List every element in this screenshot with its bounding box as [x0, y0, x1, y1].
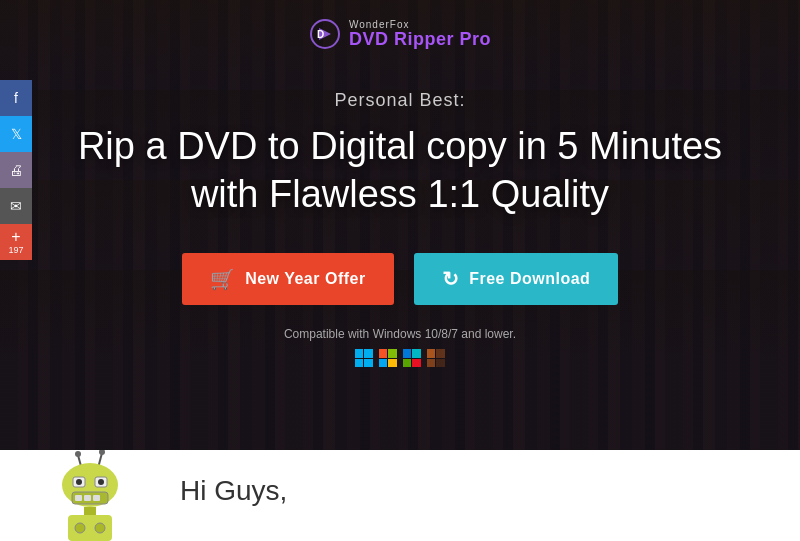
windows-version-icons	[78, 349, 722, 367]
hero-title-line1: Rip a DVD to Digital copy in 5 Minutes	[78, 125, 722, 167]
facebook-icon: f	[14, 90, 18, 106]
compatibility-text: Compatible with Windows 10/8/7 and lower…	[78, 327, 722, 341]
print-icon: 🖨	[9, 162, 23, 178]
hero-subtitle: Personal Best:	[78, 90, 722, 111]
svg-rect-13	[84, 495, 91, 501]
svg-rect-15	[84, 507, 96, 515]
download-icon: ↻	[442, 267, 460, 291]
download-button-label: Free Download	[469, 270, 590, 288]
twitter-icon: 𝕏	[11, 126, 22, 142]
windows8-icon	[379, 349, 397, 367]
svg-point-5	[99, 450, 105, 455]
svg-text:D: D	[317, 29, 324, 40]
windows-xp-icon	[427, 349, 445, 367]
facebook-share-button[interactable]: f	[0, 80, 32, 116]
email-share-button[interactable]: ✉	[0, 188, 32, 224]
windows7-icon	[403, 349, 421, 367]
greeting-text: Hi Guys,	[180, 475, 287, 507]
bottom-section: Hi Guys,	[0, 450, 800, 541]
hero-section: f 𝕏 🖨 ✉ + 197 D WonderFox DVD Ripper Pro	[0, 0, 800, 450]
logo-area: D WonderFox DVD Ripper Pro	[309, 18, 491, 50]
social-sidebar: f 𝕏 🖨 ✉ + 197	[0, 80, 32, 260]
svg-point-3	[75, 451, 81, 457]
hero-title: Rip a DVD to Digital copy in 5 Minutes w…	[78, 123, 722, 218]
free-download-button[interactable]: ↻ Free Download	[414, 253, 619, 305]
robot-character	[40, 450, 150, 541]
email-icon: ✉	[10, 198, 22, 214]
twitter-share-button[interactable]: 𝕏	[0, 116, 32, 152]
print-share-button[interactable]: 🖨	[0, 152, 32, 188]
hero-content: Personal Best: Rip a DVD to Digital copy…	[78, 90, 722, 367]
hero-title-line2: with Flawless 1:1 Quality	[191, 173, 609, 215]
plus-count: 197	[8, 245, 23, 255]
svg-rect-12	[75, 495, 82, 501]
product-name: DVD Ripper Pro	[349, 30, 491, 50]
windows10-icon	[355, 349, 373, 367]
svg-point-9	[76, 479, 82, 485]
cart-icon: 🛒	[210, 267, 236, 291]
svg-point-17	[75, 523, 85, 533]
offer-button-label: New Year Offer	[245, 270, 366, 288]
new-year-offer-button[interactable]: 🛒 New Year Offer	[182, 253, 394, 305]
product-logo-icon: D	[309, 18, 341, 50]
svg-rect-14	[93, 495, 100, 501]
svg-point-18	[95, 523, 105, 533]
googleplus-share-button[interactable]: + 197	[0, 224, 32, 260]
plus-icon: +	[11, 229, 20, 245]
cta-buttons: 🛒 New Year Offer ↻ Free Download	[78, 253, 722, 305]
logo-text: WonderFox DVD Ripper Pro	[349, 19, 491, 50]
svg-point-10	[98, 479, 104, 485]
